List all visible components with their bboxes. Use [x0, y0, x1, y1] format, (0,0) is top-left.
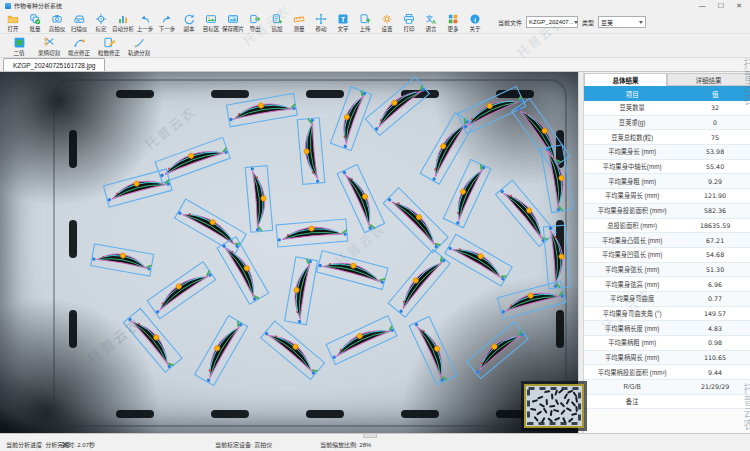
status-item: 耗时: 2.07秒	[62, 440, 95, 449]
toolbar-button-scanner[interactable]: 扫描仪	[68, 13, 90, 32]
result-item: 平均果柄投影面积 (mm²)	[584, 368, 680, 377]
save-image-icon	[227, 13, 239, 25]
current-file-select[interactable]: KZGP_202407...	[526, 16, 578, 28]
toolbar-button-export[interactable]: 导出	[244, 13, 266, 32]
more-icon	[447, 13, 459, 25]
result-value: 9.29	[680, 178, 750, 185]
status-item: 当前分析进度: 分析完成	[6, 440, 69, 449]
app-icon	[5, 3, 11, 9]
result-value: 54.68	[680, 251, 750, 258]
measure-icon	[293, 13, 305, 25]
tray-slot	[69, 220, 77, 258]
detected-pod	[147, 262, 215, 319]
result-item: 平均果身周长 (mm)	[584, 191, 680, 200]
result-item: 平均果身长 (mm)	[584, 147, 680, 156]
tray-slot	[306, 410, 344, 418]
title-bar: 作物考种分析系统 —☐✕	[0, 0, 750, 11]
toolbar-button-label: 自动分析	[112, 26, 134, 32]
toolbar-button-open[interactable]: 打开	[2, 13, 24, 32]
toolbar-button-more[interactable]: 更多	[442, 13, 464, 32]
main-toolbar: 打开批量高拍仪扫描仪标定自动分析上一步下一步副本目标区保存图片导出追加测量移动T…	[0, 11, 750, 34]
toolbar-button-undo[interactable]: 上一步	[134, 13, 156, 32]
maximize-button[interactable]: ☐	[718, 1, 724, 10]
toolbar-button-label: 高拍仪	[49, 26, 66, 32]
toolbar-button-settings[interactable]: 设置	[376, 13, 398, 32]
result-row: 平均果身粗 (mm)9.29	[584, 174, 750, 189]
endpoint-fix-icon	[73, 36, 86, 49]
auto-analyze-icon	[117, 13, 129, 25]
results-tabs: 总体结果详细结果	[584, 72, 750, 86]
stalk-cut-icon	[43, 36, 56, 49]
toolbar-button-label: 追加	[271, 26, 282, 32]
result-item: 平均果身弦高 (mm)	[584, 280, 680, 289]
result-value: 9.44	[680, 369, 750, 376]
toolbar-button-auto-analyze[interactable]: 自动分析	[112, 13, 134, 32]
toolbar-button-batch[interactable]: 批量	[24, 13, 46, 32]
toolbar-button-print[interactable]: 打印	[398, 13, 420, 32]
toolbar-button-language[interactable]: 文A语言	[420, 13, 442, 32]
result-row: 总投影面积 (mm²)18635.59	[584, 219, 750, 234]
detected-pod	[285, 257, 318, 325]
result-value: 6.96	[680, 281, 750, 288]
toolbar-button-move[interactable]: 移动	[310, 13, 332, 32]
doc-camera-icon	[51, 13, 63, 25]
detected-pod	[420, 113, 474, 185]
result-value: 51.30	[680, 266, 750, 273]
toolbar-button-text[interactable]: T文字	[332, 13, 354, 32]
result-row: 平均果身凹弧长 (mm)54.68	[584, 248, 750, 263]
toolbar-button-calibrate[interactable]: 标定	[90, 13, 112, 32]
calibrate-icon	[95, 13, 107, 25]
toolbar-button-label: 语言	[425, 26, 436, 32]
export-icon	[249, 13, 261, 25]
result-value: 110.65	[680, 354, 750, 361]
toolbar-button-count-fix[interactable]: 粒数修正	[94, 36, 124, 56]
toolbar-button-track-split[interactable]: 轨迹分割	[124, 36, 154, 56]
toolbar-button-binarize[interactable]: 二值	[4, 36, 34, 56]
image-viewer[interactable]	[0, 72, 578, 433]
toolbar-button-endpoint-fix[interactable]: 端点修正	[64, 36, 94, 56]
result-value: 75	[680, 134, 750, 141]
toolbar-button-label: 目标区	[203, 26, 220, 32]
status-item: 当前缩放比例: 28%	[320, 440, 371, 449]
document-tab[interactable]: KZGP_20240725161728.jpg	[3, 58, 105, 71]
result-item: 备注	[584, 397, 680, 406]
type-select[interactable]: 豆荚	[598, 16, 646, 28]
toolbar-button-duplicate[interactable]: 副本	[178, 13, 200, 32]
results-tab-overall[interactable]: 总体结果	[584, 73, 667, 86]
results-panel: 总体结果详细结果 项目 值 豆荚数量32豆荚重(g)0豆荚总粒数(粒)75平均果…	[584, 72, 750, 433]
close-button[interactable]: ✕	[736, 1, 742, 10]
toolbar-button-measure[interactable]: 测量	[288, 13, 310, 32]
result-item: R/G/B	[584, 383, 680, 390]
toolbar-button-save-image[interactable]: 保存图片	[222, 13, 244, 32]
toolbar-button-label: 下一步	[159, 26, 176, 32]
result-row: 平均果柄粗 (mm)0.98	[584, 336, 750, 351]
result-row: 平均果身长 (mm)53.98	[584, 145, 750, 160]
toolbar-button-upload[interactable]: 上传	[354, 13, 376, 32]
chevron-down-icon	[574, 21, 578, 24]
about-icon: i	[469, 13, 481, 25]
duplicate-icon	[183, 13, 195, 25]
toolbar-button-label: 更多	[447, 26, 458, 32]
toolbar-button-redo[interactable]: 下一步	[156, 13, 178, 32]
result-item: 平均果柄粗 (mm)	[584, 338, 680, 347]
result-item: 平均果身粗 (mm)	[584, 177, 680, 186]
tray-slot	[116, 410, 154, 418]
open-icon	[7, 13, 19, 25]
results-tab-detailed[interactable]: 详细结果	[667, 73, 750, 86]
result-item: 平均果身中轴长(mm)	[584, 162, 680, 171]
toolbar-button-target-region[interactable]: 目标区	[200, 13, 222, 32]
toolbar-button-label: 扫描仪	[71, 26, 88, 32]
toolbar-button-stalk-cut[interactable]: 果柄切割	[34, 36, 64, 56]
detected-pod	[226, 93, 297, 126]
target-region-icon	[205, 13, 217, 25]
binary-thumbnail[interactable]	[524, 384, 584, 428]
detected-pod	[443, 159, 490, 227]
minimize-button[interactable]: —	[699, 1, 706, 10]
toolbar-button-label: 设置	[381, 26, 392, 32]
detected-pod	[495, 180, 556, 246]
column-header-value: 值	[680, 89, 750, 99]
result-item: 总投影面积 (mm²)	[584, 221, 680, 230]
toolbar-button-append[interactable]: 追加	[266, 13, 288, 32]
toolbar-button-about[interactable]: i关于	[464, 13, 486, 32]
toolbar-button-doc-camera[interactable]: 高拍仪	[46, 13, 68, 32]
